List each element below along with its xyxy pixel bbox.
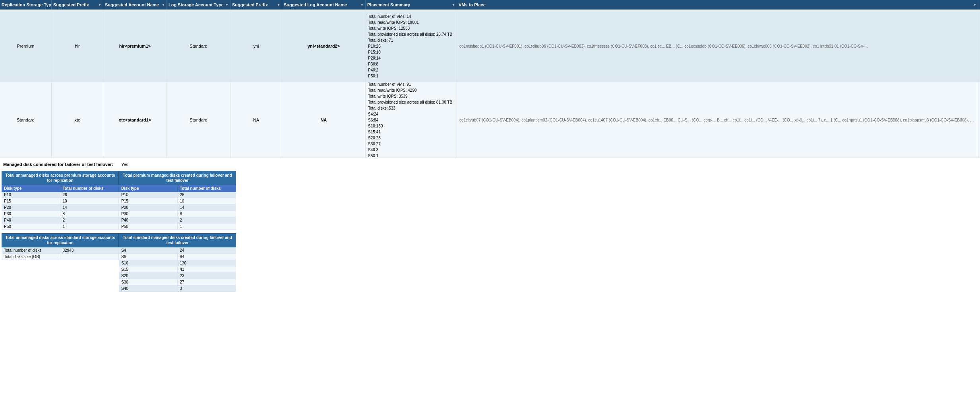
standard-prefix-value: xtc (74, 118, 80, 122)
disk-type: P15 (2, 198, 60, 204)
disk-type: P40 (2, 217, 60, 223)
premium-account-name-cell: hlr<premium1> (103, 10, 167, 82)
disk-count: 3 (178, 285, 236, 291)
standard-managed-row: S3027 (119, 279, 236, 285)
standard-vms-cell: co1cityub07 (CO1-CU-SV-EB004), co1planpc… (457, 82, 978, 158)
disk-count: 26 (178, 192, 236, 198)
header-log-storage-label: Log Storage Account Type (168, 2, 224, 7)
header-replication[interactable]: Replication Storage Type ▼ (0, 0, 52, 10)
disk-type: S40 (119, 285, 178, 291)
disk-count: 1 (60, 224, 119, 230)
standard-log-prefix-value: NA (253, 118, 259, 122)
disk-type: P20 (2, 204, 60, 210)
header-row: Replication Storage Type ▼ Suggested Pre… (0, 0, 980, 10)
standard-managed-row: S684 (119, 254, 236, 260)
disk-type: P40 (119, 217, 178, 223)
filter-prefix-icon[interactable]: ▼ (98, 3, 101, 7)
standard-unmanaged-rows: Total number of disks82943Total disks si… (2, 247, 119, 260)
disk-count: 14 (178, 204, 236, 210)
premium-log-account-name-cell: yni<standard2> (282, 10, 366, 82)
premium-placement-value: Total number of VMs: 14 Total read/write… (368, 14, 452, 79)
table-row: P308 (2, 211, 119, 217)
header-log-prefix[interactable]: Suggested Prefix ▼ (230, 0, 282, 10)
premium-log-prefix-value: yni (253, 44, 259, 48)
disk-type: P30 (2, 211, 60, 217)
standard-managed-row: S403 (119, 285, 236, 292)
header-log-storage[interactable]: Log Storage Account Type ▼ (167, 0, 230, 10)
disk-count: 2 (178, 217, 236, 223)
header-log-account-name[interactable]: Suggested Log Account Name ▼ (282, 0, 366, 10)
disk-type: S20 (119, 273, 178, 279)
standard-managed-row: S10130 (119, 260, 236, 266)
standard-log-account-name-cell: NA (282, 82, 366, 158)
disk-count: 24 (178, 247, 236, 253)
table-row: P1026 (119, 192, 236, 198)
header-vms-label: VMs to Place (459, 2, 486, 7)
header-log-account-name-label: Suggested Log Account Name (284, 2, 347, 7)
standard-managed-row: S1541 (119, 266, 236, 273)
filter-vms-icon[interactable]: ▼ (973, 3, 976, 7)
row-label: Total number of disks (2, 247, 60, 253)
premium-managed-header-count: Total number of disks (178, 185, 236, 192)
filter-account-name-icon[interactable]: ▼ (162, 3, 165, 7)
standard-managed-group: Total standard managed disks created dur… (119, 233, 236, 292)
premium-unmanaged-table-group: Total unmanaged disks across premium sto… (2, 171, 119, 230)
disk-type: S6 (119, 254, 178, 260)
table-row: P1510 (119, 198, 236, 204)
filter-placement-icon[interactable]: ▼ (452, 3, 455, 7)
filter-log-account-name-icon[interactable]: ▼ (360, 3, 364, 7)
standard-placement-value: Total number of VMs: 91 Total read/write… (368, 82, 452, 158)
table-row: P2014 (2, 204, 119, 211)
standard-log-prefix-cell: NA (230, 82, 282, 158)
header-account-name[interactable]: Suggested Account Name ▼ (103, 0, 167, 10)
managed-disk-row: Managed disk considered for failover or … (2, 161, 237, 168)
standard-log-storage-cell: Standard (167, 82, 230, 158)
premium-managed-title: Total premium managed disks created duri… (119, 171, 236, 185)
header-prefix[interactable]: Suggested Prefix ▼ (52, 0, 103, 10)
header-prefix-label: Suggested Prefix (53, 2, 89, 7)
table-row: P501 (2, 224, 119, 230)
premium-replication-value: Premium (17, 44, 34, 48)
table-row: P402 (119, 217, 236, 224)
disk-type: P50 (2, 224, 60, 230)
filter-log-prefix-icon[interactable]: ▼ (277, 3, 280, 7)
standard-data-row: Standard xtc xtc<standard1> Standard NA … (0, 82, 980, 158)
standard-account-name-cell: xtc<standard1> (103, 82, 167, 158)
filter-log-storage-icon[interactable]: ▼ (225, 3, 229, 7)
disk-type: P15 (119, 198, 178, 204)
premium-managed-header-type: Disk type (119, 185, 178, 192)
premium-log-storage-value: Standard (190, 44, 207, 48)
standard-unmanaged-row: Total number of disks82943 (2, 247, 119, 254)
premium-account-name-value: hlr<premium1> (119, 44, 151, 48)
standard-managed-rows: S424S684S10130S1541S2023S3027S403 (119, 247, 236, 292)
standard-replication-value: Standard (17, 118, 35, 122)
standard-prefix-cell: xtc (52, 82, 103, 158)
disk-type: S30 (119, 279, 178, 285)
header-placement[interactable]: Placement Summary ▼ (366, 0, 457, 10)
table-row: P2014 (119, 204, 236, 211)
premium-unmanaged-header: Disk type Total number of disks (2, 185, 119, 192)
premium-managed-table-group: Total premium managed disks created duri… (119, 171, 236, 230)
standard-tables-section: Total unmanaged disks across standard st… (2, 233, 236, 292)
standard-log-storage-value: Standard (190, 118, 207, 122)
disk-type: P30 (119, 211, 178, 217)
row-value (60, 254, 119, 260)
premium-managed-rows: P1026P1510P2014P308P402P501 (119, 192, 236, 230)
header-account-name-label: Suggested Account Name (105, 2, 159, 7)
disk-count: 2 (60, 217, 119, 223)
premium-tables-container: Total unmanaged disks across premium sto… (2, 171, 236, 230)
standard-account-name-value: xtc<standard1> (119, 118, 151, 122)
table-row: P1026 (2, 192, 119, 198)
row-value: 82943 (60, 247, 119, 253)
standard-tables-container: Total unmanaged disks across standard st… (2, 233, 236, 292)
disk-count: 23 (178, 273, 236, 279)
disk-count: 26 (60, 192, 119, 198)
header-vms[interactable]: VMs to Place ▼ (457, 0, 978, 10)
premium-log-storage-cell: Standard (167, 10, 230, 82)
premium-replication-cell: Premium (0, 10, 52, 82)
header-replication-label: Replication Storage Type (2, 2, 52, 7)
disk-count: 1 (178, 224, 236, 230)
table-row: P402 (2, 217, 119, 224)
premium-unmanaged-rows: P1026P1510P2014P308P402P501 (2, 192, 119, 230)
disk-type: P10 (2, 192, 60, 198)
